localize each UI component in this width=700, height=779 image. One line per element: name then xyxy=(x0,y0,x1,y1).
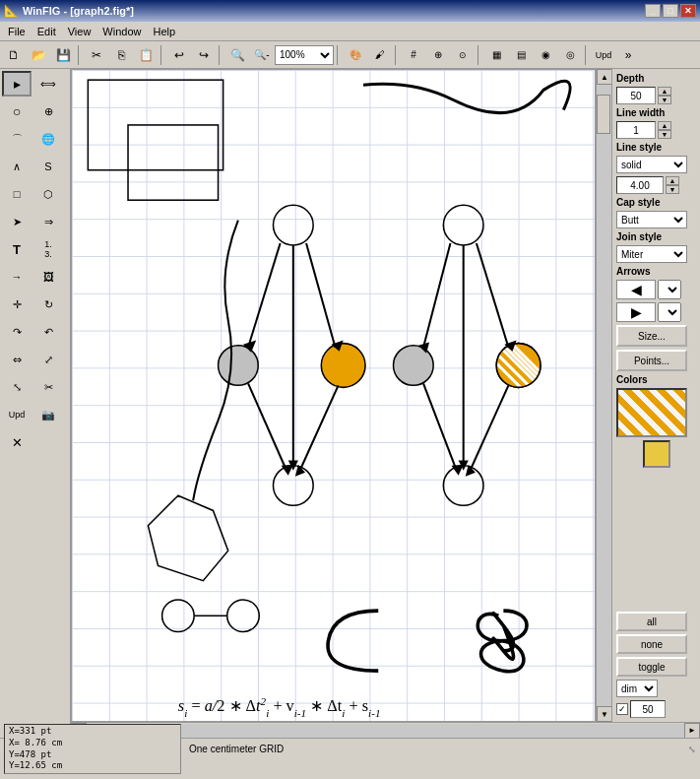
linewidth-row: ▲ ▼ xyxy=(616,121,696,139)
save-button[interactable]: 💾 xyxy=(51,43,75,67)
redo-button[interactable]: ↪ xyxy=(192,43,216,67)
update-button[interactable]: Upd xyxy=(592,43,615,67)
cut-button[interactable]: ✂ xyxy=(85,43,108,67)
colors-swatch[interactable] xyxy=(616,388,687,437)
obj1-button[interactable]: ▦ xyxy=(484,43,508,67)
rotate-cw-tool[interactable]: ↷ xyxy=(2,319,32,345)
flip-h-tool[interactable]: ⇔ xyxy=(2,347,32,372)
tool-row-12: ⤡ ✂ xyxy=(2,374,68,400)
coordinates-display: X=331 pt X= 8.76 cm Y=478 pt Y=12.65 cm xyxy=(4,724,181,774)
obj4-button[interactable]: ◎ xyxy=(558,43,582,67)
linewidth-input[interactable] xyxy=(616,121,656,139)
size-button[interactable]: Size... xyxy=(616,325,687,347)
linewidth-up-button[interactable]: ▲ xyxy=(658,121,671,130)
scroll-up-button[interactable]: ▲ xyxy=(597,69,612,85)
undo-button[interactable]: ↩ xyxy=(167,43,191,67)
circle-tool[interactable]: ○ xyxy=(2,98,32,124)
obj3-button[interactable]: ◉ xyxy=(534,43,557,67)
move-tool[interactable]: ✛ xyxy=(2,292,32,317)
joinstyle-select[interactable]: Miter Round Bevel xyxy=(616,245,687,263)
right-panel: Depth ▲ ▼ Line width ▲ ▼ Line st xyxy=(611,69,700,722)
arrow-right-select[interactable]: ▼ xyxy=(658,302,681,322)
thickness-input[interactable] xyxy=(616,176,664,194)
spline-tool[interactable]: S xyxy=(33,154,63,179)
palette-button[interactable]: 🖌 xyxy=(368,43,392,67)
flip-v-tool[interactable]: ⤢ xyxy=(33,347,63,372)
new-button[interactable]: 🗋 xyxy=(2,43,26,67)
arrow-left-select[interactable]: ▼ xyxy=(658,280,681,299)
menu-edit[interactable]: Edit xyxy=(32,25,62,38)
toggle-button[interactable]: toggle xyxy=(616,657,687,677)
image-tool[interactable]: 🖼 xyxy=(33,264,63,290)
polygon-tool[interactable]: ⬡ xyxy=(33,181,63,207)
tool-row-5: □ ⬡ xyxy=(2,181,68,207)
text-tool[interactable]: T xyxy=(2,236,32,262)
dim-checkbox[interactable]: ✓ xyxy=(616,703,628,715)
rotate-ccw-tool[interactable]: ↶ xyxy=(33,319,63,345)
grid-button[interactable]: # xyxy=(402,43,425,67)
capstyle-select[interactable]: Butt Round Projecting xyxy=(616,211,687,228)
linewidth-down-button[interactable]: ▼ xyxy=(658,130,671,139)
dim-value-input[interactable] xyxy=(630,700,666,718)
rotate-tool[interactable]: ↻ xyxy=(33,292,63,317)
close-button[interactable]: ✕ xyxy=(680,4,696,18)
scroll-down-button[interactable]: ▼ xyxy=(597,706,612,722)
obj2-button[interactable]: ▤ xyxy=(509,43,533,67)
open-button[interactable]: 📂 xyxy=(27,43,50,67)
snap2-button[interactable]: ⊙ xyxy=(451,43,475,67)
line-tool[interactable]: → xyxy=(2,264,32,290)
capstyle-label: Cap style xyxy=(616,197,696,208)
polyarrow-tool[interactable]: ⇒ xyxy=(33,209,63,234)
paste-button[interactable]: 📋 xyxy=(134,43,158,67)
copy-button[interactable]: ⎘ xyxy=(109,43,133,67)
depth-down-button[interactable]: ▼ xyxy=(658,96,671,104)
dim-row: dim brighten xyxy=(616,680,696,697)
arrow-tool[interactable]: ➤ xyxy=(2,209,32,234)
tool-row-13: Upd 📷 xyxy=(2,402,68,427)
capture-tool[interactable]: 📷 xyxy=(33,402,63,427)
scroll-thumb[interactable] xyxy=(597,95,610,134)
minimize-button[interactable]: _ xyxy=(645,4,661,18)
sphere-tool[interactable]: 🌐 xyxy=(33,126,63,152)
canvas[interactable]: si = a/2 ∗ Δt2i + vi-1 ∗ Δti + si-1 xyxy=(71,69,596,722)
close-tool[interactable]: ✕ xyxy=(2,429,32,455)
depth-row: ▲ ▼ xyxy=(616,87,696,104)
polyline-tool[interactable]: ∧ xyxy=(2,154,32,179)
arc-tool[interactable]: ⌒ xyxy=(2,126,32,152)
ellipse-tool[interactable]: ⊕ xyxy=(33,98,63,124)
thickness-up-button[interactable]: ▲ xyxy=(666,176,679,185)
scissors-tool[interactable]: ✂ xyxy=(33,374,63,400)
zoom-select[interactable]: 100% xyxy=(275,45,334,65)
dim-select[interactable]: dim brighten xyxy=(616,680,658,697)
zoom-out-button[interactable]: 🔍- xyxy=(250,43,274,67)
linestyle-select[interactable]: solid dashed dotted xyxy=(616,156,687,173)
more-button[interactable]: » xyxy=(616,43,640,67)
snap-button[interactable]: ⊕ xyxy=(426,43,450,67)
number-tool[interactable]: 1.3. xyxy=(33,236,63,262)
update-tool[interactable]: Upd xyxy=(2,402,32,427)
scroll-track[interactable] xyxy=(597,85,611,706)
fill-color-swatch[interactable] xyxy=(643,440,670,468)
points-button[interactable]: Points... xyxy=(616,350,687,371)
tool-row-10: ↷ ↶ xyxy=(2,319,68,345)
svg-marker-39 xyxy=(148,495,227,580)
all-button[interactable]: all xyxy=(616,612,687,631)
none-button[interactable]: none xyxy=(616,634,687,654)
color-picker-button[interactable]: 🎨 xyxy=(344,43,367,67)
depth-up-button[interactable]: ▲ xyxy=(658,87,671,96)
menu-file[interactable]: File xyxy=(2,25,32,38)
pointer-tool[interactable]: ▸ xyxy=(2,71,32,97)
scale-tool[interactable]: ⤡ xyxy=(2,374,32,400)
menu-help[interactable]: Help xyxy=(147,25,181,38)
thickness-down-button[interactable]: ▼ xyxy=(666,185,679,194)
pan-tool[interactable]: ⟺ xyxy=(33,71,63,97)
zoom-in-button[interactable]: 🔍 xyxy=(225,43,249,67)
scroll-right-button[interactable]: ► xyxy=(684,723,700,739)
depth-input[interactable] xyxy=(616,87,656,104)
rect-tool[interactable]: □ xyxy=(2,181,32,207)
menu-window[interactable]: Window xyxy=(96,25,147,38)
vertical-scrollbar[interactable]: ▲ ▼ xyxy=(596,69,611,722)
maximize-button[interactable]: □ xyxy=(663,4,678,18)
svg-point-4 xyxy=(321,344,365,388)
menu-view[interactable]: View xyxy=(62,25,97,38)
